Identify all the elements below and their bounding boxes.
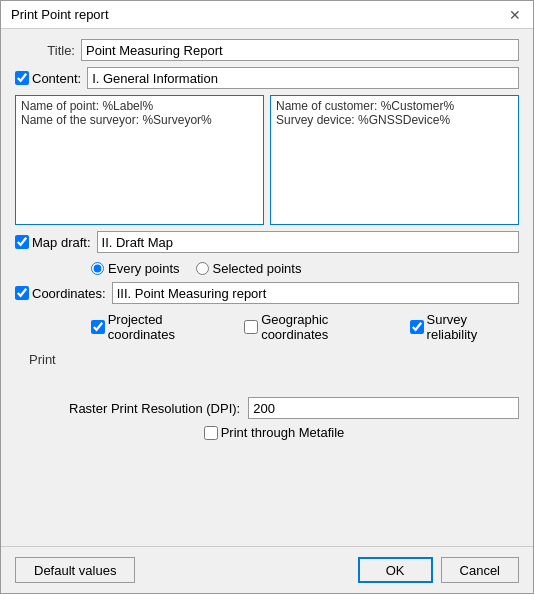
metafile-checkbox-label[interactable]: Print through Metafile bbox=[204, 425, 345, 440]
coord-input[interactable] bbox=[112, 282, 519, 304]
survey-reliability-checkbox[interactable] bbox=[410, 320, 424, 334]
selected-points-label[interactable]: Selected points bbox=[196, 261, 302, 276]
metafile-text: Print through Metafile bbox=[221, 425, 345, 440]
map-draft-row: Map draft: bbox=[15, 231, 519, 253]
metafile-row: Print through Metafile bbox=[29, 425, 519, 440]
every-points-radio[interactable] bbox=[91, 262, 104, 275]
print-label: Print bbox=[29, 352, 519, 367]
content-checkbox-label[interactable]: Content: bbox=[15, 71, 81, 86]
dpi-row: Raster Print Resolution (DPI): bbox=[69, 397, 519, 419]
radio-group: Every points Selected points bbox=[91, 261, 519, 276]
map-draft-checkbox-label[interactable]: Map draft: bbox=[15, 235, 91, 250]
main-content: Title: Content: Map draft: bbox=[1, 29, 533, 546]
text-areas-row bbox=[15, 95, 519, 225]
textarea-right[interactable] bbox=[270, 95, 519, 225]
map-draft-checkbox[interactable] bbox=[15, 235, 29, 249]
cancel-button[interactable]: Cancel bbox=[441, 557, 519, 583]
coordinates-checkbox-row: Projected coordinates Geographic coordin… bbox=[91, 312, 519, 342]
projected-checkbox[interactable] bbox=[91, 320, 105, 334]
close-button[interactable]: ✕ bbox=[507, 8, 523, 22]
geographic-checkbox[interactable] bbox=[244, 320, 258, 334]
coord-checkbox[interactable] bbox=[15, 286, 29, 300]
dpi-label: Raster Print Resolution (DPI): bbox=[69, 401, 240, 416]
survey-reliability-label[interactable]: Survey reliability bbox=[410, 312, 519, 342]
coord-checkbox-label[interactable]: Coordinates: bbox=[15, 286, 106, 301]
content-checkbox[interactable] bbox=[15, 71, 29, 85]
ok-button[interactable]: OK bbox=[358, 557, 433, 583]
textarea-left[interactable] bbox=[15, 95, 264, 225]
content-input[interactable] bbox=[87, 67, 519, 89]
survey-reliability-text: Survey reliability bbox=[427, 312, 519, 342]
metafile-checkbox[interactable] bbox=[204, 426, 218, 440]
every-points-label[interactable]: Every points bbox=[91, 261, 180, 276]
projected-label[interactable]: Projected coordinates bbox=[91, 312, 230, 342]
coord-row: Coordinates: bbox=[15, 282, 519, 304]
dialog: Print Point report ✕ Title: Content: M bbox=[0, 0, 534, 594]
geographic-text: Geographic coordinates bbox=[261, 312, 396, 342]
map-draft-label: Map draft: bbox=[32, 235, 91, 250]
map-draft-input[interactable] bbox=[97, 231, 519, 253]
footer: Default values OK Cancel bbox=[1, 546, 533, 593]
title-bar: Print Point report ✕ bbox=[1, 1, 533, 29]
projected-text: Projected coordinates bbox=[108, 312, 231, 342]
default-values-button[interactable]: Default values bbox=[15, 557, 135, 583]
dialog-title: Print Point report bbox=[11, 7, 109, 22]
print-section: Print Raster Print Resolution (DPI): Pri… bbox=[29, 352, 519, 440]
dpi-input[interactable] bbox=[248, 397, 519, 419]
content-label: Content: bbox=[32, 71, 81, 86]
title-label: Title: bbox=[15, 43, 75, 58]
geographic-label[interactable]: Geographic coordinates bbox=[244, 312, 395, 342]
coord-label: Coordinates: bbox=[32, 286, 106, 301]
selected-points-radio[interactable] bbox=[196, 262, 209, 275]
selected-points-text: Selected points bbox=[213, 261, 302, 276]
content-row: Content: bbox=[15, 67, 519, 89]
every-points-text: Every points bbox=[108, 261, 180, 276]
title-input[interactable] bbox=[81, 39, 519, 61]
title-row: Title: bbox=[15, 39, 519, 61]
